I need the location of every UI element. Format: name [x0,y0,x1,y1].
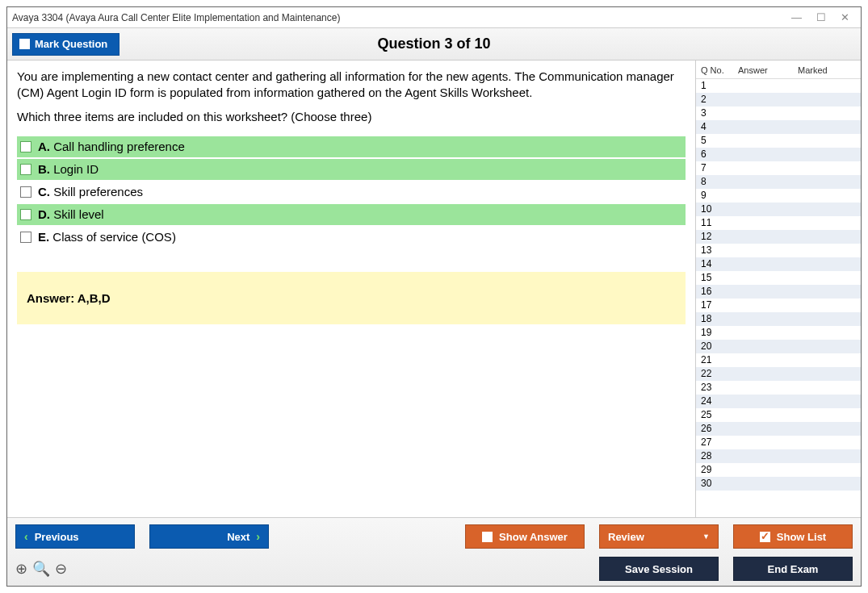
question-list-row[interactable]: 29 [696,463,861,477]
question-list-row[interactable]: 18 [696,312,861,326]
question-list[interactable]: 1234567891011121314151617181920212223242… [696,79,861,517]
question-list-row[interactable]: 16 [696,285,861,299]
question-number: 17 [701,299,738,312]
question-marked-cell [798,120,858,134]
mark-question-button[interactable]: Mark Question [12,33,120,56]
question-list-header: Q No. Answer Marked [696,61,861,79]
answer-label: C. Skill preferences [38,185,143,198]
save-session-button[interactable]: Save Session [599,557,719,581]
question-list-row[interactable]: 3 [696,106,861,120]
question-list-row[interactable]: 6 [696,148,861,161]
zoom-in-icon[interactable]: ⊕ [15,560,27,578]
question-list-row[interactable]: 20 [696,340,861,353]
question-list-row[interactable]: 24 [696,395,861,408]
question-body-2: Which three items are included on this w… [17,110,686,123]
question-number: 5 [701,134,738,148]
question-list-row[interactable]: 1 [696,79,861,93]
question-number: 19 [701,326,738,340]
answer-option[interactable]: C. Skill preferences [17,182,686,203]
previous-button[interactable]: ‹ Previous [15,524,135,549]
question-number: 29 [701,463,738,477]
question-list-row[interactable]: 14 [696,257,861,271]
question-answer-cell [738,340,798,353]
question-answer-cell [738,381,798,395]
question-list-row[interactable]: 13 [696,244,861,257]
window-title: Avaya 3304 (Avaya Aura Call Center Elite… [12,12,791,23]
next-button[interactable]: Next › [149,524,269,549]
answer-option[interactable]: B. Login ID [17,159,686,180]
question-answer-cell [738,477,798,491]
answer-reveal-text: Answer: A,B,D [27,291,111,305]
answer-checkbox[interactable] [20,232,31,243]
question-number: 22 [701,367,738,381]
close-icon[interactable]: ✕ [841,11,849,23]
question-answer-cell [738,257,798,271]
question-number: 12 [701,230,738,244]
answer-checkbox[interactable] [20,164,31,175]
question-list-row[interactable]: 26 [696,422,861,436]
answer-option[interactable]: E. Class of service (COS) [17,227,686,248]
question-list-row[interactable]: 11 [696,216,861,230]
zoom-reset-icon[interactable]: 🔍 [32,560,50,578]
question-number: 25 [701,408,738,422]
answer-label: A. Call handling preference [38,140,185,153]
question-list-row[interactable]: 30 [696,477,861,491]
question-list-row[interactable]: 2 [696,93,861,106]
question-marked-cell [798,216,858,230]
question-list-row[interactable]: 7 [696,161,861,175]
question-answer-cell [738,148,798,161]
question-answer-cell [738,271,798,285]
end-exam-button[interactable]: End Exam [733,557,853,581]
question-list-row[interactable]: 15 [696,271,861,285]
chevron-right-icon: › [256,530,260,543]
question-answer-cell [738,93,798,106]
question-list-row[interactable]: 23 [696,381,861,395]
question-answer-cell [738,312,798,326]
question-list-row[interactable]: 22 [696,367,861,381]
question-list-row[interactable]: 12 [696,230,861,244]
show-list-button[interactable]: Show List [733,524,853,549]
footer: ‹ Previous Next › Show Answer Review ▼ S… [7,517,861,586]
question-list-row[interactable]: 27 [696,436,861,449]
answer-option[interactable]: D. Skill level [17,204,686,225]
question-list-row[interactable]: 17 [696,299,861,312]
question-list-row[interactable]: 5 [696,134,861,148]
question-list-row[interactable]: 10 [696,203,861,216]
question-number: 24 [701,395,738,408]
review-button[interactable]: Review ▼ [599,524,719,549]
question-list-row[interactable]: 21 [696,353,861,367]
question-answer-cell [738,106,798,120]
question-number: 28 [701,449,738,463]
show-answer-button[interactable]: Show Answer [465,524,585,549]
question-marked-cell [798,340,858,353]
question-number: 14 [701,257,738,271]
question-list-row[interactable]: 9 [696,189,861,203]
answer-checkbox[interactable] [20,209,31,220]
checkbox-icon [19,39,30,49]
question-marked-cell [798,477,858,491]
question-marked-cell [798,312,858,326]
next-label: Next [227,531,249,543]
minimize-icon[interactable]: — [791,11,802,23]
zoom-out-icon[interactable]: ⊖ [55,560,67,578]
answer-option[interactable]: A. Call handling preference [17,136,686,157]
question-marked-cell [798,422,858,436]
question-answer-cell [738,79,798,93]
question-answer-cell [738,120,798,134]
maximize-icon[interactable]: ☐ [816,11,826,23]
question-marked-cell [798,134,858,148]
question-number: 27 [701,436,738,449]
question-marked-cell [798,299,858,312]
question-number: 2 [701,93,738,106]
question-marked-cell [798,326,858,340]
question-number: 16 [701,285,738,299]
answer-checkbox[interactable] [20,141,31,152]
question-list-row[interactable]: 25 [696,408,861,422]
question-list-row[interactable]: 19 [696,326,861,340]
titlebar: Avaya 3304 (Avaya Aura Call Center Elite… [7,7,861,28]
answer-checkbox[interactable] [20,186,31,198]
question-list-row[interactable]: 28 [696,449,861,463]
question-list-row[interactable]: 8 [696,175,861,189]
question-list-row[interactable]: 4 [696,120,861,134]
question-number: 7 [701,161,738,175]
